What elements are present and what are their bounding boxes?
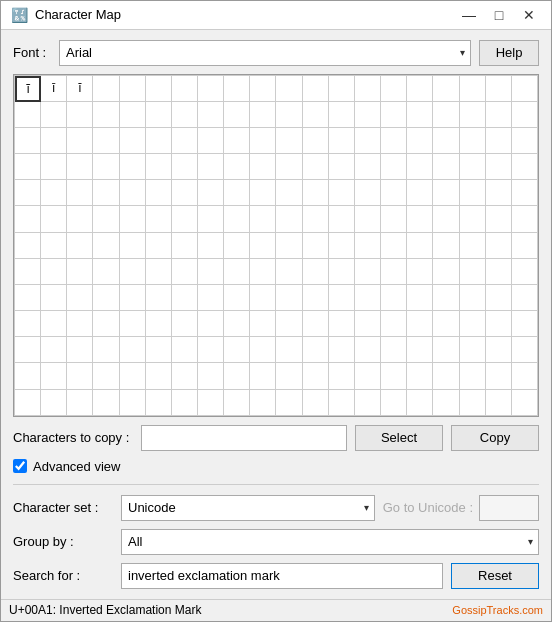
table-row[interactable] — [146, 76, 172, 102]
table-row[interactable]: ĭ — [67, 76, 93, 102]
table-row[interactable] — [93, 233, 119, 259]
table-row[interactable] — [41, 363, 67, 389]
table-row[interactable] — [93, 337, 119, 363]
table-row[interactable] — [250, 311, 276, 337]
table-row[interactable] — [355, 363, 381, 389]
table-row[interactable] — [172, 206, 198, 232]
table-row[interactable] — [67, 102, 93, 128]
table-row[interactable] — [329, 128, 355, 154]
table-row[interactable] — [276, 206, 302, 232]
table-row[interactable] — [93, 102, 119, 128]
table-row[interactable] — [407, 311, 433, 337]
table-row[interactable] — [67, 285, 93, 311]
table-row[interactable] — [224, 337, 250, 363]
table-row[interactable] — [120, 206, 146, 232]
table-row[interactable] — [460, 180, 486, 206]
table-row[interactable] — [120, 76, 146, 102]
table-row[interactable] — [460, 76, 486, 102]
table-row[interactable] — [381, 311, 407, 337]
table-row[interactable] — [172, 102, 198, 128]
table-row[interactable] — [250, 259, 276, 285]
table-row[interactable] — [15, 233, 41, 259]
table-row[interactable] — [407, 76, 433, 102]
table-row[interactable] — [67, 206, 93, 232]
table-row[interactable] — [93, 259, 119, 285]
table-row[interactable] — [303, 285, 329, 311]
table-row[interactable] — [355, 390, 381, 416]
table-row[interactable] — [329, 285, 355, 311]
table-row[interactable] — [460, 390, 486, 416]
table-row[interactable] — [120, 337, 146, 363]
table-row[interactable] — [329, 76, 355, 102]
table-row[interactable] — [486, 337, 512, 363]
table-row[interactable] — [460, 311, 486, 337]
table-row[interactable] — [381, 180, 407, 206]
table-row[interactable] — [250, 390, 276, 416]
table-row[interactable] — [93, 285, 119, 311]
table-row[interactable] — [486, 76, 512, 102]
reset-button[interactable]: Reset — [451, 563, 539, 589]
table-row[interactable] — [381, 233, 407, 259]
table-row[interactable] — [146, 337, 172, 363]
select-button[interactable]: Select — [355, 425, 443, 451]
table-row[interactable] — [146, 180, 172, 206]
table-row[interactable] — [198, 128, 224, 154]
table-row[interactable] — [407, 285, 433, 311]
table-row[interactable] — [276, 233, 302, 259]
table-row[interactable] — [329, 337, 355, 363]
table-row[interactable] — [120, 233, 146, 259]
table-row[interactable] — [198, 233, 224, 259]
table-row[interactable] — [172, 285, 198, 311]
table-row[interactable] — [329, 311, 355, 337]
table-row[interactable] — [15, 337, 41, 363]
table-row[interactable] — [381, 76, 407, 102]
table-row[interactable] — [355, 128, 381, 154]
table-row[interactable] — [93, 76, 119, 102]
table-row[interactable] — [303, 233, 329, 259]
table-row[interactable] — [198, 337, 224, 363]
table-row[interactable] — [120, 363, 146, 389]
table-row[interactable] — [512, 206, 538, 232]
table-row[interactable] — [329, 390, 355, 416]
table-row[interactable] — [120, 180, 146, 206]
table-row[interactable] — [512, 363, 538, 389]
table-row[interactable] — [486, 233, 512, 259]
table-row[interactable] — [250, 363, 276, 389]
table-row[interactable] — [355, 102, 381, 128]
table-row[interactable] — [146, 102, 172, 128]
table-row[interactable] — [433, 233, 459, 259]
table-row[interactable] — [15, 285, 41, 311]
table-row[interactable] — [224, 363, 250, 389]
table-row[interactable] — [224, 311, 250, 337]
table-row[interactable]: ĩ — [15, 76, 41, 102]
table-row[interactable] — [486, 128, 512, 154]
table-row[interactable] — [250, 76, 276, 102]
table-row[interactable] — [172, 128, 198, 154]
table-row[interactable] — [198, 285, 224, 311]
table-row[interactable] — [303, 363, 329, 389]
table-row[interactable] — [355, 233, 381, 259]
table-row[interactable] — [486, 102, 512, 128]
table-row[interactable] — [93, 311, 119, 337]
table-row[interactable] — [407, 363, 433, 389]
table-row[interactable] — [486, 390, 512, 416]
table-row[interactable] — [67, 259, 93, 285]
table-row[interactable] — [120, 311, 146, 337]
table-row[interactable] — [276, 311, 302, 337]
table-row[interactable] — [329, 180, 355, 206]
table-row[interactable] — [146, 363, 172, 389]
table-row[interactable] — [198, 390, 224, 416]
table-row[interactable] — [512, 128, 538, 154]
table-row[interactable] — [303, 128, 329, 154]
table-row[interactable] — [41, 180, 67, 206]
table-row[interactable] — [329, 206, 355, 232]
table-row[interactable] — [67, 390, 93, 416]
table-row[interactable] — [276, 337, 302, 363]
table-row[interactable] — [407, 154, 433, 180]
table-row[interactable] — [303, 259, 329, 285]
table-row[interactable] — [146, 233, 172, 259]
table-row[interactable] — [276, 180, 302, 206]
table-row[interactable] — [276, 285, 302, 311]
table-row[interactable] — [41, 259, 67, 285]
table-row[interactable] — [276, 259, 302, 285]
